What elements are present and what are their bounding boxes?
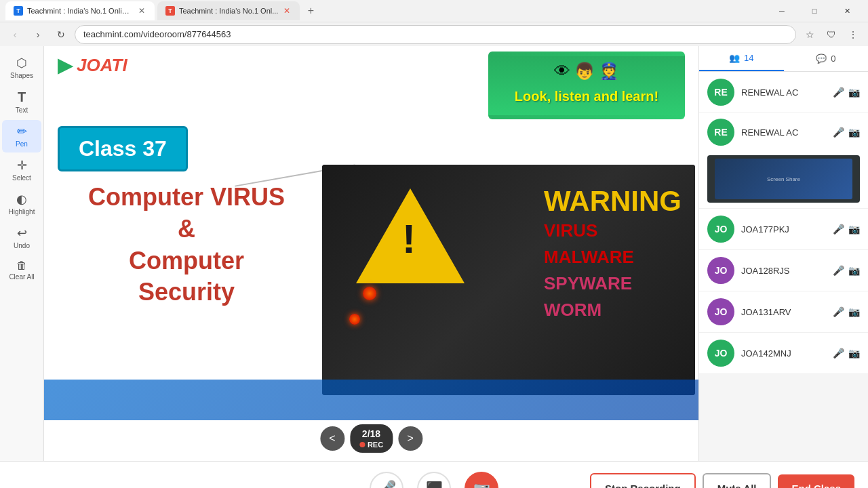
slide-area: ▶ JOATI 👁 👦 👮 Look, listen and learn! Cl… [44,46,698,461]
red-light-1 [363,287,376,300]
bottom-toolbar: 🎤 ⬛ 📷 Stop Recording Mute All End Class [0,461,868,488]
stop-recording-button[interactable]: Stop Recording [590,473,696,488]
address-bar[interactable]: teachmint.com/videoroom/877644563 [75,25,796,44]
slide-text-area: Computer VIRUS & Computer Security [58,182,315,308]
participants-icon: 👥 [729,53,740,63]
tool-highlight[interactable]: ◐ Highlight [2,188,41,220]
participants-list: RE RENEWAL AC 🎤 📷 RE RENEWAL AC 🎤 📷 [699,72,868,461]
pen-label: Pen [16,140,28,148]
right-panel: 👥 14 💬 0 RE RENEWAL AC 🎤 📷 RE [698,46,868,461]
participant-controls: 🎤 📷 [833,348,860,359]
slide-content: ▶ JOATI 👁 👦 👮 Look, listen and learn! Cl… [44,46,698,461]
nav-bar: ‹ › ↻ teachmint.com/videoroom/877644563 … [0,22,868,46]
mute-all-button[interactable]: Mute All [703,473,772,488]
screen-preview-inner: Screen Share [715,159,852,199]
slide-controls: < 2/18 REC > [320,424,422,453]
tab2-close[interactable]: ✕ [282,5,292,17]
highlight-label: Highlight [9,208,35,216]
video-button[interactable]: 📷 [465,472,498,489]
participant-name: JOA128RJS [741,266,826,276]
menu-button[interactable]: ⋮ [844,25,863,44]
end-class-button[interactable]: End Class [778,474,854,488]
clear-all-label: Clear All [9,273,34,281]
warning-item-worm: WORM [544,297,682,323]
pen-icon: ✏ [17,124,27,139]
cam-icon: 📷 [848,127,860,138]
forward-button[interactable]: › [28,25,47,44]
participant-controls: 🎤 📷 [833,306,860,317]
warning-item-malware: MALWARE [544,244,682,270]
screen-share-button[interactable]: ⬛ [417,472,451,489]
shapes-label: Shapes [10,72,33,80]
joati-name: JOATI [77,55,127,76]
mic-icon: 🎤 [833,127,844,138]
shapes-icon: ⬡ [16,56,27,70]
mic-button[interactable]: 🎤 [370,472,403,489]
participant-item: JO JOA142MNJ 🎤 📷 [699,333,868,374]
tool-clear-all[interactable]: 🗑 Clear All [2,256,41,285]
participant-name: JOA142MNJ [741,348,826,359]
tool-undo[interactable]: ↩ Undo [2,222,41,254]
avatar: JO [707,340,734,367]
avatar: RE [707,79,734,106]
tab2-title: Teachmint : India's No.1 Onl... [179,7,278,15]
avatar: JO [707,298,734,325]
tab1-favicon: T [14,6,23,16]
slide-bottom-strip [44,380,698,420]
mic-icon: 🎤 [833,224,844,235]
warning-item-spyware: SPYWARE [544,270,682,297]
participant-controls: 🎤 📷 [833,127,860,138]
tab-1[interactable]: T Teachmint : India's No.1 Online... ✕ [5,1,155,20]
bookmark-button[interactable]: ☆ [800,25,819,44]
participant-name: RENEWAL AC [741,127,826,138]
slide-main-title: Computer VIRUS & Computer Security [58,182,315,308]
chat-icon: 💬 [816,54,827,64]
rec-indicator: REC [359,441,383,449]
tab2-favicon: T [165,6,175,16]
participant-name: JOA131ARV [741,307,826,317]
minimize-button[interactable]: ─ [766,0,797,22]
tool-select[interactable]: ✛ Select [2,154,41,186]
participant-controls: 🎤 📷 [833,224,860,235]
joati-text: ▶ JOATI [58,54,127,77]
chat-tab[interactable]: 💬 0 [784,46,869,71]
participant-item: JO JOA128RJS 🎤 📷 [699,250,868,291]
cam-icon: 📷 [848,265,860,276]
highlight-icon: ◐ [16,192,27,207]
tab-2[interactable]: T Teachmint : India's No.1 Onl... ✕ [157,1,300,20]
text-label: Text [16,106,28,115]
window-controls: ─ □ ✕ [766,0,863,22]
banner-text: Look, listen and learn! [509,83,664,110]
participant-item: JO JOA177PKJ 🎤 📷 [699,209,868,250]
participant-name: JOA177PKJ [741,224,826,235]
class-badge: Class 37 [58,126,188,171]
tool-pen[interactable]: ✏ Pen [2,120,41,152]
browser-chrome: T Teachmint : India's No.1 Online... ✕ T… [0,0,868,46]
undo-icon: ↩ [17,226,27,241]
tool-shapes[interactable]: ⬡ Shapes [2,52,41,84]
maximize-button[interactable]: □ [799,0,830,22]
tool-text[interactable]: T Text [2,85,41,119]
avatar: JO [707,257,734,284]
participant-item: RE RENEWAL AC 🎤 📷 [699,72,868,113]
mic-icon: 🎤 [833,306,844,317]
warning-title: WARNING [544,185,682,218]
tab1-close[interactable]: ✕ [137,5,146,17]
undo-label: Undo [14,242,30,250]
refresh-button[interactable]: ↻ [52,25,71,44]
participants-tab[interactable]: 👥 14 [699,46,784,71]
next-slide-button[interactable]: > [398,426,422,451]
back-button[interactable]: ‹ [5,25,24,44]
participant-item: RE RENEWAL AC 🎤 📷 Screen Share [699,113,868,209]
prev-slide-button[interactable]: < [320,426,344,451]
slide-warning-image: ! WARNING VIRUS MALWARE SPYWARE WORM [322,165,695,395]
participant-top: RE RENEWAL AC 🎤 📷 [707,119,860,146]
warning-text-list: WARNING VIRUS MALWARE SPYWARE WORM [544,185,682,323]
mic-icon: 🎤 [833,348,844,359]
extension-button[interactable]: 🛡 [822,25,841,44]
title-bar: T Teachmint : India's No.1 Online... ✕ T… [0,0,868,22]
close-button[interactable]: ✕ [831,0,863,22]
new-tab-button[interactable]: + [302,3,319,19]
mic-icon: 🎤 [833,265,844,276]
screen-preview: Screen Share [707,155,860,203]
